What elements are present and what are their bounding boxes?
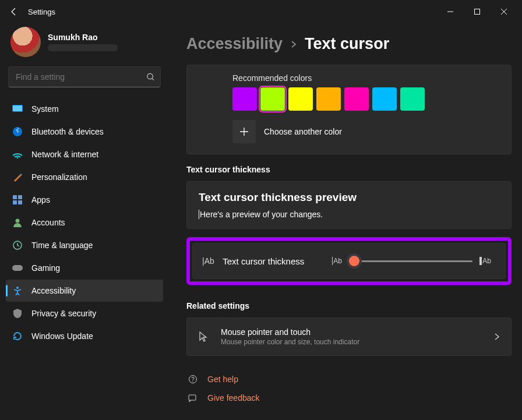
- color-swatch[interactable]: [400, 87, 425, 111]
- accessibility-icon: [12, 285, 23, 297]
- sidebar: Sumukh Rao System Bluetooth & devices Ne…: [0, 23, 169, 420]
- breadcrumb: Accessibility Text cursor: [186, 35, 512, 53]
- svg-point-10: [16, 219, 20, 223]
- accounts-icon: [12, 217, 23, 228]
- sidebar-item-update[interactable]: Windows Update: [6, 325, 163, 347]
- maximize-button[interactable]: [464, 2, 491, 21]
- related-settings-heading: Related settings: [186, 301, 512, 310]
- color-swatch[interactable]: [232, 87, 257, 111]
- slider-thumb[interactable]: [349, 256, 359, 266]
- color-swatch[interactable]: [372, 87, 397, 111]
- svg-rect-6: [13, 195, 17, 199]
- thickness-max-icon: Ab: [479, 257, 491, 265]
- title-bar: Settings: [0, 0, 522, 23]
- thickness-preview-title: Text cursor thickness preview: [199, 191, 499, 204]
- sidebar-item-accessibility[interactable]: Accessibility: [6, 280, 163, 302]
- search-icon: [146, 73, 155, 82]
- svg-text:?: ?: [191, 376, 195, 383]
- svg-point-5: [17, 157, 19, 159]
- sidebar-item-apps[interactable]: Apps: [6, 189, 163, 211]
- svg-rect-12: [12, 265, 23, 271]
- highlight-annotation: |Ab Text cursor thickness Ab Ab: [186, 237, 512, 285]
- sidebar-item-label: Network & internet: [31, 150, 98, 159]
- sidebar-item-system[interactable]: System: [6, 98, 163, 120]
- sidebar-item-accounts[interactable]: Accounts: [6, 211, 163, 234]
- window-title: Settings: [28, 8, 55, 16]
- svg-rect-16: [189, 395, 196, 400]
- color-swatch[interactable]: [344, 87, 369, 111]
- sidebar-item-label: Windows Update: [31, 331, 93, 341]
- network-icon: [12, 149, 23, 160]
- get-help-link[interactable]: ? Get help: [186, 370, 512, 389]
- color-swatch[interactable]: [316, 87, 341, 111]
- svg-rect-3: [13, 105, 22, 111]
- sidebar-item-time[interactable]: Time & language: [6, 234, 163, 256]
- mouse-pointer-link[interactable]: Mouse pointer and touch Mouse pointer co…: [186, 317, 512, 356]
- minimize-button[interactable]: [437, 2, 464, 21]
- profile-block[interactable]: Sumukh Rao: [6, 23, 163, 66]
- search-input[interactable]: [8, 66, 161, 87]
- thickness-slider[interactable]: [349, 255, 472, 267]
- link-title: Mouse pointer and touch: [221, 327, 359, 337]
- sidebar-item-bluetooth[interactable]: Bluetooth & devices: [6, 121, 163, 143]
- profile-name: Sumukh Rao: [48, 33, 118, 42]
- sidebar-item-label: Gaming: [31, 263, 60, 273]
- update-icon: [12, 330, 23, 342]
- sidebar-item-label: Privacy & security: [31, 309, 96, 318]
- privacy-icon: [12, 308, 23, 319]
- give-feedback-label: Give feedback: [207, 393, 260, 403]
- sidebar-item-label: Accessibility: [31, 286, 76, 295]
- personalization-icon: [12, 171, 23, 183]
- sidebar-item-label: Apps: [31, 195, 50, 204]
- back-button[interactable]: [5, 2, 23, 21]
- choose-color-label: Choose another color: [264, 127, 342, 136]
- sidebar-item-label: Accounts: [31, 218, 65, 227]
- color-swatch[interactable]: [288, 87, 313, 111]
- sidebar-item-privacy[interactable]: Privacy & security: [6, 302, 163, 324]
- time-icon: [12, 239, 23, 251]
- main-content: Accessibility Text cursor Recommended co…: [169, 23, 522, 420]
- bluetooth-icon: [12, 126, 23, 137]
- sidebar-item-network[interactable]: Network & internet: [6, 143, 163, 165]
- give-feedback-link[interactable]: Give feedback: [186, 389, 512, 407]
- svg-rect-8: [13, 200, 17, 204]
- thickness-row-label: Text cursor thickness: [223, 256, 327, 266]
- get-help-label: Get help: [207, 375, 238, 384]
- apps-icon: [12, 194, 23, 206]
- mouse-pointer-icon: [197, 331, 210, 343]
- breadcrumb-parent[interactable]: Accessibility: [186, 35, 283, 53]
- svg-point-13: [16, 287, 19, 289]
- chevron-right-icon: [290, 40, 298, 48]
- plus-icon: [239, 127, 249, 136]
- choose-color-button[interactable]: [232, 120, 256, 143]
- thickness-slider-row: |Ab Text cursor thickness Ab Ab: [192, 243, 506, 279]
- sidebar-item-gaming[interactable]: Gaming: [6, 257, 163, 279]
- text-cursor-icon: |Ab: [202, 256, 214, 266]
- svg-point-1: [147, 73, 153, 79]
- search-box[interactable]: [8, 66, 161, 87]
- sidebar-item-label: Bluetooth & devices: [31, 127, 104, 136]
- close-button[interactable]: [491, 2, 517, 21]
- thickness-section-heading: Text cursor thickness: [186, 165, 512, 174]
- sidebar-item-label: Time & language: [31, 241, 93, 250]
- chevron-right-icon: [493, 333, 500, 340]
- recommended-colors-label: Recommended colors: [232, 73, 499, 83]
- breadcrumb-current: Text cursor: [305, 35, 389, 53]
- profile-email-redacted: [48, 44, 118, 51]
- svg-rect-9: [18, 200, 22, 204]
- recommended-colors-card: Recommended colors Choose another color: [186, 65, 512, 154]
- thickness-preview-text: Here's a preview of your changes.: [199, 210, 499, 219]
- help-icon: ?: [186, 375, 199, 384]
- color-swatch[interactable]: [260, 87, 285, 111]
- avatar: [10, 27, 41, 57]
- color-swatch-row: [232, 87, 499, 111]
- gaming-icon: [12, 262, 23, 274]
- svg-rect-7: [18, 195, 22, 199]
- feedback-icon: [186, 393, 199, 403]
- link-subtitle: Mouse pointer color and size, touch indi…: [221, 338, 359, 346]
- thickness-preview-card: Text cursor thickness preview Here's a p…: [186, 181, 512, 229]
- svg-rect-0: [475, 9, 480, 15]
- sidebar-item-personalization[interactable]: Personalization: [6, 166, 163, 188]
- thickness-min-icon: Ab: [332, 257, 342, 265]
- sidebar-item-label: Personalization: [31, 172, 87, 182]
